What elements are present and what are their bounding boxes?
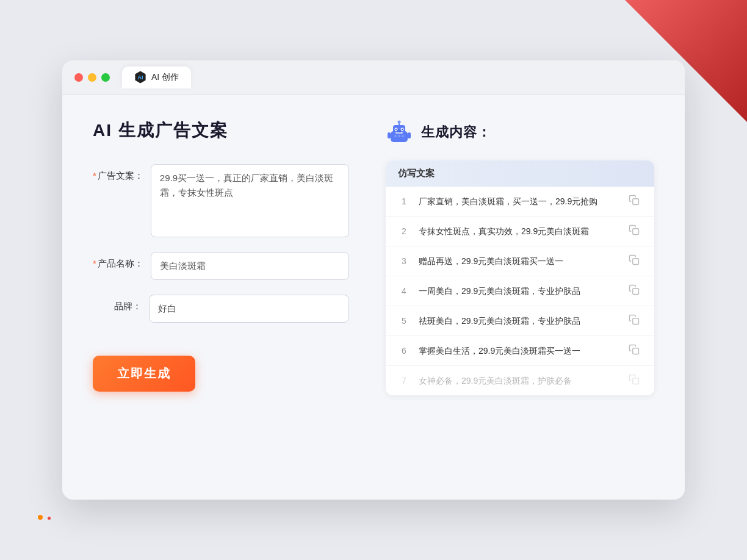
row-text: 专抹女性斑点，真实功效，29.9元美白淡斑霜 [419,225,620,238]
copy-button[interactable] [629,284,642,298]
row-number: 5 [398,316,410,326]
brand-group: 品牌： [93,295,349,323]
brand-input[interactable] [149,295,349,323]
results-table: 仿写文案 1厂家直销，美白淡斑霜，买一送一，29.9元抢购 2专抹女性斑点，真实… [386,160,654,395]
row-text: 厂家直销，美白淡斑霜，买一送一，29.9元抢购 [419,195,620,208]
table-row: 3赠品再送，29.9元美白淡斑霜买一送一 [386,246,654,276]
svg-point-10 [398,135,400,137]
svg-rect-18 [633,289,639,295]
required-star-2: * [93,258,96,268]
svg-rect-17 [633,259,639,265]
svg-rect-20 [633,348,639,354]
result-header: 生成内容： [386,119,654,146]
table-row: 1厂家直销，美白淡斑霜，买一送一，29.9元抢购 [386,187,654,217]
table-row: 4一周美白，29.9元美白淡斑霜，专业护肤品 [386,276,654,306]
table-row: 5祛斑美白，29.9元美白淡斑霜，专业护肤品 [386,306,654,336]
ad-copy-input[interactable] [151,164,349,237]
row-number: 7 [398,376,410,386]
svg-point-7 [402,129,403,130]
table-header: 仿写文案 [386,160,654,187]
row-text: 掌握美白生活，29.9元美白淡斑霜买一送一 [419,345,620,357]
row-number: 4 [398,286,410,296]
svg-rect-14 [397,130,401,132]
row-number: 3 [398,256,410,266]
table-row: 2专抹女性斑点，真实功效，29.9元美白淡斑霜 [386,217,654,246]
svg-point-9 [394,135,397,137]
product-name-group: *产品名称： [93,252,349,280]
row-text: 一周美白，29.9元美白淡斑霜，专业护肤品 [419,285,620,298]
page-title: AI 生成广告文案 [93,119,349,142]
svg-rect-21 [633,378,639,384]
table-row: 7女神必备，29.9元美白淡斑霜，护肤必备 [386,366,654,395]
result-title: 生成内容： [421,123,491,142]
ai-tab[interactable]: AI AI 创作 [122,66,191,88]
close-button[interactable] [74,73,83,82]
tab-label: AI 创作 [151,72,179,83]
table-row: 6掌握美白生活，29.9元美白淡斑霜买一送一 [386,336,654,366]
row-text: 赠品再送，29.9元美白淡斑霜买一送一 [419,255,620,268]
svg-rect-13 [408,132,411,138]
decorative-dots [37,512,52,523]
minimize-button[interactable] [88,73,96,82]
copy-button[interactable] [629,254,642,268]
svg-rect-16 [633,229,639,235]
generate-button[interactable]: 立即生成 [93,356,195,392]
results-body: 1厂家直销，美白淡斑霜，买一送一，29.9元抢购 2专抹女性斑点，真实功效，29… [386,187,654,395]
copy-button[interactable] [629,344,642,357]
copy-button[interactable] [629,314,642,328]
row-number: 1 [398,196,410,206]
copy-button[interactable] [629,195,642,208]
row-number: 2 [398,226,410,236]
svg-rect-15 [633,199,639,205]
product-name-input[interactable] [151,252,349,280]
left-panel: AI 生成广告文案 *广告文案： *产品名称： 品牌： 立 [93,119,349,473]
brand-label: 品牌： [93,295,142,312]
main-content: AI 生成广告文案 *广告文案： *产品名称： 品牌： 立 [62,95,685,497]
copy-button[interactable] [629,374,642,387]
required-star: * [93,170,96,181]
row-number: 6 [398,346,410,356]
svg-point-6 [395,129,397,130]
robot-icon [386,119,413,146]
ad-copy-group: *广告文案： [93,164,349,237]
ai-tab-icon: AI [134,71,146,84]
window-controls [74,73,110,82]
copy-button[interactable] [629,224,642,238]
ad-copy-label: *广告文案： [93,164,143,182]
svg-rect-19 [633,318,639,325]
maximize-button[interactable] [101,73,110,82]
right-panel: 生成内容： 仿写文案 1厂家直销，美白淡斑霜，买一送一，29.9元抢购 2专抹女… [386,119,654,473]
svg-rect-12 [388,132,391,138]
product-name-label: *产品名称： [93,252,143,270]
title-bar: AI AI 创作 [62,60,685,95]
row-text: 祛斑美白，29.9元美白淡斑霜，专业护肤品 [419,315,620,328]
row-text: 女神必备，29.9元美白淡斑霜，护肤必备 [419,375,620,387]
svg-point-11 [402,135,404,137]
browser-window: AI AI 创作 AI 生成广告文案 *广告文案： *产品名称： [62,60,685,500]
svg-point-3 [398,121,401,124]
